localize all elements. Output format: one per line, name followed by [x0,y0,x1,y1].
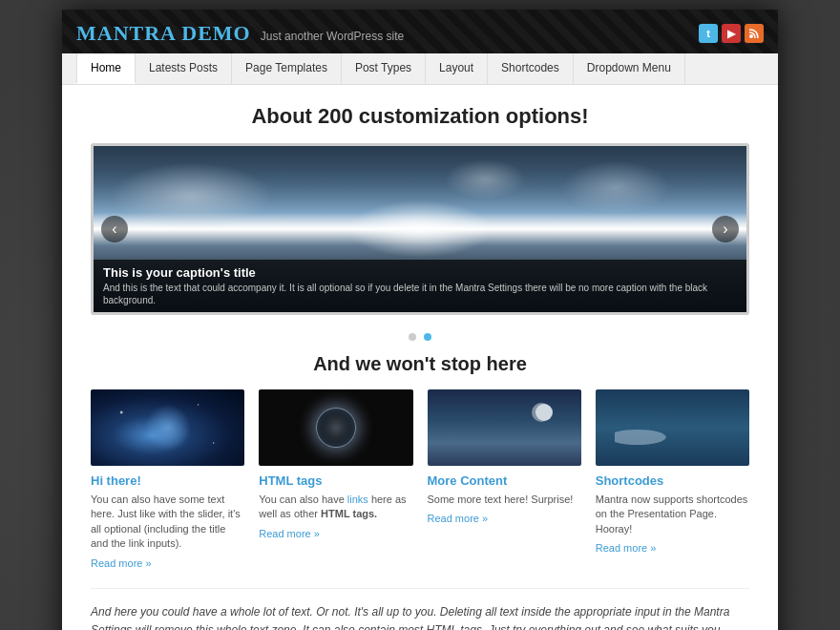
read-more-1[interactable]: Read more » [259,528,412,539]
feature-title-3: Shortcodes [596,473,749,488]
nav-item-post-types[interactable]: Post Types [342,53,426,84]
feature-text-0: You can also have some text here. Just l… [91,493,244,552]
bottom-text: And here you could have a whole lot of t… [91,588,749,630]
main-content: About 200 customization options! ‹ › Thi… [62,85,778,630]
read-more-0[interactable]: Read more » [91,557,244,569]
page-wrapper: Mantra Demo Just another WordPress site … [62,10,778,630]
feature-title-1: HTML tags [259,473,412,488]
feature-item-whale: Shortcodes Mantra now supports shortcode… [596,389,749,569]
nav-item-dropdown-menu[interactable]: Dropdown Menu [574,53,685,84]
site-header: Mantra Demo Just another WordPress site … [62,10,778,53]
slider-prev-button[interactable]: ‹ [101,216,128,242]
feature-title-0: Hi there! [91,473,244,488]
slider-dot-1[interactable] [409,333,416,341]
feature-thumb-galaxy [91,389,244,466]
feature-thumb-eclipse [259,389,412,466]
twitter-icon[interactable]: t [699,24,718,43]
nav-item-shortcodes[interactable]: Shortcodes [488,53,574,84]
slider-caption: This is your caption's title And this is… [94,260,746,312]
feature-grid: Hi there! You can also have some text he… [91,389,749,569]
feature-link-1[interactable]: links [347,494,368,505]
site-nav: Home Latests Posts Page Templates Post T… [62,53,778,85]
feature-item-moon: More Content Some more text here! Surpri… [428,389,581,569]
site-title-wrap: Mantra Demo Just another WordPress site [76,21,404,46]
feature-title-2: More Content [428,473,581,488]
nav-item-layout[interactable]: Layout [426,53,488,84]
nav-item-page-templates[interactable]: Page Templates [232,53,342,84]
read-more-3[interactable]: Read more » [596,542,749,554]
slider-next-button[interactable]: › [712,216,739,242]
caption-title: This is your caption's title [103,265,737,280]
hero-title: About 200 customization options! [91,104,749,129]
feature-text-1: You can also have links here as well as … [259,493,412,522]
read-more-2[interactable]: Read more » [428,513,581,524]
social-icons: t ▶ [699,24,764,43]
svg-point-0 [749,34,753,38]
caption-text: And this is the text that could accompan… [103,282,737,306]
section2-title: And we won't stop here [91,353,749,375]
rss-icon[interactable] [745,24,764,43]
youtube-icon[interactable]: ▶ [722,24,741,43]
slider-dot-2[interactable] [424,333,431,341]
feature-thumb-moon [428,389,581,466]
slider-dots [91,325,749,353]
site-tagline: Just another WordPress site [261,30,405,43]
nav-item-home[interactable]: Home [76,53,136,84]
feature-text-2: Some more text here! Surprise! [428,493,581,507]
feature-thumb-whale [596,389,749,466]
feature-item-eclipse: HTML tags You can also have links here a… [259,389,412,569]
feature-item-galaxy: Hi there! You can also have some text he… [91,389,244,569]
slider-container: ‹ › This is your caption's title And thi… [91,143,749,315]
nav-item-latests-posts[interactable]: Latests Posts [136,53,232,84]
site-title: Mantra Demo [76,21,251,46]
feature-text-3: Mantra now supports shortcodes on the Pr… [596,493,749,536]
